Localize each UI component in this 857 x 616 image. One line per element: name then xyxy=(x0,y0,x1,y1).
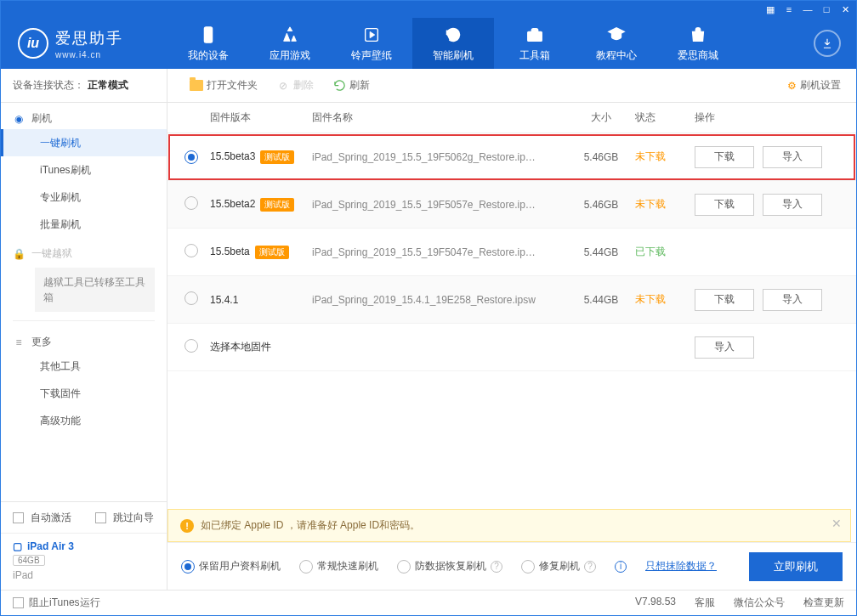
row-action-button[interactable]: 下载 xyxy=(695,194,754,216)
wechat-link[interactable]: 微信公众号 xyxy=(734,596,785,610)
minimize-icon[interactable]: — xyxy=(802,3,814,15)
auto-activate-checkbox[interactable] xyxy=(13,512,24,523)
apps-icon xyxy=(280,25,300,45)
firmware-size: 5.46GB xyxy=(567,199,635,211)
warning-icon: ! xyxy=(180,519,194,533)
row-radio[interactable] xyxy=(184,244,198,257)
firmware-row[interactable]: 选择本地固件导入 xyxy=(167,324,856,371)
warning-close-button[interactable]: ✕ xyxy=(831,517,842,530)
nav-device[interactable]: 我的设备 xyxy=(167,18,249,69)
firmware-row[interactable]: 15.5beta2测试版iPad_Spring_2019_15.5_19F505… xyxy=(167,181,856,229)
block-itunes-checkbox[interactable] xyxy=(13,597,24,608)
col-version: 固件版本 xyxy=(210,110,312,125)
row-radio[interactable] xyxy=(184,291,198,305)
flash-option-3[interactable]: 修复刷机? xyxy=(521,559,596,574)
firmware-row[interactable]: 15.4.1iPad_Spring_2019_15.4.1_19E258_Res… xyxy=(167,276,856,324)
row-action-button[interactable]: 导入 xyxy=(763,289,822,311)
mall-icon xyxy=(688,25,708,45)
device-icon xyxy=(198,25,219,45)
beta-badge: 测试版 xyxy=(255,246,289,259)
download-manager-button[interactable] xyxy=(814,30,841,57)
flash-now-button[interactable]: 立即刷机 xyxy=(749,552,843,581)
sidebar-item-more-1[interactable]: 下载固件 xyxy=(1,380,167,407)
option-radio[interactable] xyxy=(299,560,313,574)
option-radio[interactable] xyxy=(181,560,195,574)
firmware-version: 15.5beta xyxy=(210,246,250,257)
open-folder-button[interactable]: 打开文件夹 xyxy=(183,78,264,93)
option-radio[interactable] xyxy=(397,560,411,574)
conn-status-label: 设备连接状态： xyxy=(13,78,84,93)
flash-option-0[interactable]: 保留用户资料刷机 xyxy=(181,559,281,574)
check-update-link[interactable]: 检查更新 xyxy=(803,596,844,610)
sidebar-group-flash[interactable]: ◉ 刷机 xyxy=(1,103,167,129)
nav-apps[interactable]: 应用游戏 xyxy=(249,18,331,69)
firmware-ops: 导入 xyxy=(695,336,839,359)
flash-action-bar: 保留用户资料刷机常规快速刷机防数据恢复刷机?修复刷机? i 只想抹除数据？ 立即… xyxy=(167,542,856,590)
row-action-button[interactable]: 导入 xyxy=(695,336,754,359)
more-icon: ≡ xyxy=(13,336,25,348)
titlebar-list-icon[interactable]: ≡ xyxy=(783,3,795,15)
row-radio[interactable] xyxy=(184,150,198,164)
flash-option-2[interactable]: 防数据恢复刷机? xyxy=(397,559,502,574)
col-ops: 操作 xyxy=(695,110,839,125)
sidebar-item-more-2[interactable]: 高级功能 xyxy=(1,407,167,434)
firmware-status: 未下载 xyxy=(635,292,695,307)
firmware-version: 选择本地固件 xyxy=(210,341,271,353)
flash-settings-button[interactable]: ⚙ 刷机设置 xyxy=(787,78,841,93)
device-type: iPad xyxy=(13,569,155,581)
status-bar: 阻止iTunes运行 V7.98.53 客服 微信公众号 检查更新 xyxy=(1,590,856,615)
nav-mall[interactable]: 爱思商城 xyxy=(657,18,739,69)
sidebar-item-flash-3[interactable]: 批量刷机 xyxy=(1,211,167,238)
help-icon[interactable]: ? xyxy=(584,561,596,573)
app-title: 爱思助手 xyxy=(55,28,123,48)
nav-ringtone[interactable]: 铃声壁纸 xyxy=(331,18,412,69)
nav-tutorial[interactable]: 教程中心 xyxy=(576,18,657,69)
svg-point-1 xyxy=(207,38,209,40)
sidebar-item-flash-1[interactable]: iTunes刷机 xyxy=(1,156,167,184)
firmware-row[interactable]: 15.5beta测试版iPad_Spring_2019_15.5_19F5047… xyxy=(167,229,856,276)
col-size: 大小 xyxy=(567,110,635,125)
maximize-icon[interactable]: □ xyxy=(820,3,832,15)
sidebar-separator xyxy=(13,320,155,321)
info-icon[interactable]: i xyxy=(615,561,627,573)
firmware-filename: iPad_Spring_2019_15.5_19F5057e_Restore.i… xyxy=(312,199,567,211)
table-header: 固件版本 固件名称 大小 状态 操作 xyxy=(167,103,856,133)
close-icon[interactable]: ✕ xyxy=(839,3,851,15)
customer-service-link[interactable]: 客服 xyxy=(695,596,715,610)
app-subtitle: www.i4.cn xyxy=(55,50,123,59)
sidebar-item-flash-2[interactable]: 专业刷机 xyxy=(1,184,167,211)
sidebar-item-more-0[interactable]: 其他工具 xyxy=(1,353,167,380)
row-action-button[interactable]: 下载 xyxy=(695,146,754,168)
sidebar-item-flash-0[interactable]: 一键刷机 xyxy=(1,129,167,156)
delete-icon: ⊘ xyxy=(276,79,290,93)
titlebar-grid-icon[interactable]: ▦ xyxy=(764,3,776,15)
sidebar-group-more[interactable]: ≡ 更多 xyxy=(1,326,167,353)
firmware-filename: iPad_Spring_2019_15.5_19F5047e_Restore.i… xyxy=(312,246,567,258)
row-action-button[interactable]: 导入 xyxy=(763,146,822,168)
option-radio[interactable] xyxy=(521,560,535,574)
erase-data-link[interactable]: 只想抹除数据？ xyxy=(645,559,717,574)
flash-icon: ◉ xyxy=(13,113,25,125)
flash-icon xyxy=(443,25,463,45)
firmware-row[interactable]: 15.5beta3测试版iPad_Spring_2019_15.5_19F506… xyxy=(167,133,856,181)
content-toolbar: 打开文件夹 ⊘ 删除 刷新 ⚙ 刷机设置 xyxy=(167,69,856,103)
app-header: iu 爱思助手 www.i4.cn 我的设备应用游戏铃声壁纸智能刷机工具箱教程中… xyxy=(1,18,856,69)
tutorial-icon xyxy=(606,25,627,45)
row-action-button[interactable]: 导入 xyxy=(763,194,822,216)
delete-button: ⊘ 删除 xyxy=(270,78,321,93)
row-radio[interactable] xyxy=(184,339,198,353)
firmware-panel: 固件版本 固件名称 大小 状态 操作 15.5beta3测试版iPad_Spri… xyxy=(167,103,856,590)
skip-guide-checkbox[interactable] xyxy=(95,512,106,523)
firmware-ops: 下载导入 xyxy=(695,146,839,168)
device-info[interactable]: ▢ iPad Air 3 64GB iPad xyxy=(1,533,167,590)
firmware-version: 15.4.1 xyxy=(210,294,238,306)
nav-toolbox[interactable]: 工具箱 xyxy=(494,18,576,69)
beta-badge: 测试版 xyxy=(260,150,294,164)
help-icon[interactable]: ? xyxy=(491,561,502,573)
refresh-button[interactable]: 刷新 xyxy=(326,78,377,93)
nav-flash[interactable]: 智能刷机 xyxy=(412,18,494,69)
firmware-status: 已下载 xyxy=(635,245,695,259)
row-action-button[interactable]: 下载 xyxy=(695,289,754,311)
row-radio[interactable] xyxy=(184,196,198,210)
flash-option-1[interactable]: 常规快速刷机 xyxy=(299,559,378,574)
